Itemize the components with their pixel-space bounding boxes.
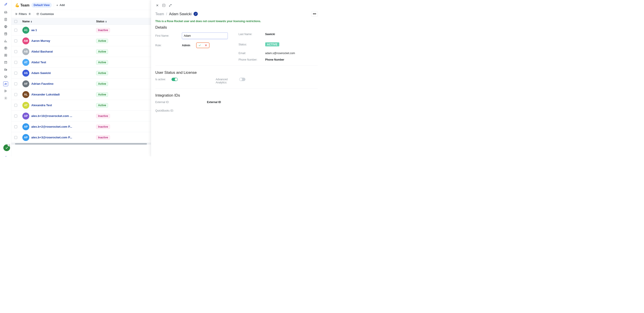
last-name-label: Last Name: — [238, 33, 262, 36]
integration-heading: Integration IDs — [156, 93, 318, 98]
avatar: AT — [22, 59, 29, 66]
expand-icon[interactable] — [168, 3, 172, 8]
scissors-icon[interactable] — [3, 88, 8, 94]
col-status-label: Status — [96, 20, 104, 23]
row-name-cell: AP alex.b+2@roserocket.com P... — [22, 123, 96, 130]
row-name-cell: A1 aa 1 — [22, 26, 96, 34]
success-indicator[interactable]: 6 — [3, 144, 10, 151]
row-name-link[interactable]: alex.b+10@roserocket.com ... — [31, 114, 72, 118]
status-label: Status: — [238, 43, 262, 46]
row-status-cell: Active — [96, 71, 160, 75]
last-name-value[interactable]: Sawicki — [265, 33, 275, 36]
svg-point-18 — [16, 14, 16, 15]
calendar-icon[interactable]: 31 — [3, 31, 8, 36]
left-rail: 31 — [0, 0, 12, 156]
money-icon[interactable] — [3, 46, 8, 50]
svg-rect-8 — [4, 62, 7, 64]
row-name-link[interactable]: Adrian Faustino — [31, 82, 54, 86]
row-check-cell — [14, 104, 22, 107]
row-name-link[interactable]: Abdul Basharat — [31, 50, 53, 54]
h-scroll-thumb[interactable] — [15, 143, 147, 145]
cancel-edit-button[interactable] — [203, 43, 209, 48]
row-check-cell — [14, 93, 22, 96]
status-badge: Active — [96, 103, 108, 107]
row-status-cell: Active — [96, 50, 160, 54]
row-name-link[interactable]: alex.b+2@roserocket.com P... — [31, 125, 72, 128]
email-value[interactable]: adam.s@roserocket.com — [265, 52, 295, 55]
status-badge: Inactive — [96, 124, 110, 129]
row-checkbox[interactable] — [14, 136, 17, 139]
contact-icon[interactable] — [3, 53, 8, 58]
row-name-link[interactable]: Alexandra Test — [31, 104, 52, 107]
first-name-input[interactable] — [182, 33, 228, 39]
row-name-link[interactable]: Adam Sawicki — [31, 71, 51, 75]
customize-button[interactable]: Customize — [36, 12, 54, 16]
breadcrumb: Team / Adam Sawicki ••• — [151, 8, 322, 18]
phone-label: Phone Number: — [238, 58, 262, 61]
row-checkbox[interactable] — [14, 61, 17, 64]
row-name-cell: AB Abdul Basharat — [22, 48, 96, 55]
row-name-link[interactable]: alex.b+3@roserocket.com P... — [31, 136, 72, 139]
check-icon — [5, 146, 8, 150]
avatar: AM — [22, 37, 29, 44]
col-status[interactable]: Status▴▾ — [96, 20, 160, 23]
row-name-link[interactable]: Aaron Murray — [31, 39, 50, 43]
settings-icon[interactable] — [3, 96, 8, 100]
row-checkbox[interactable] — [14, 93, 17, 96]
row-check-cell — [14, 39, 22, 42]
row-status-cell: Inactive — [96, 124, 160, 129]
chart-icon[interactable] — [3, 38, 8, 43]
view-pill[interactable]: Default View — [32, 3, 52, 8]
inbox-icon[interactable] — [3, 10, 8, 15]
avatar: AP — [22, 112, 29, 120]
minimize-icon[interactable] — [162, 3, 166, 8]
row-name-link[interactable]: Alexander Luksidadi — [31, 93, 60, 96]
close-icon[interactable] — [156, 3, 160, 8]
more-button[interactable]: ••• — [311, 11, 318, 16]
document-icon[interactable] — [3, 17, 8, 22]
confirm-button[interactable] — [196, 43, 203, 48]
row-checkbox[interactable] — [14, 28, 17, 32]
pin-icon[interactable] — [3, 156, 7, 156]
svg-point-11 — [5, 83, 6, 84]
phone-value[interactable]: Phone Number — [265, 58, 284, 61]
breadcrumb-team[interactable]: Team — [156, 12, 164, 16]
filters-button[interactable]: Filters 0 — [15, 12, 32, 16]
avatar: AB — [22, 48, 29, 55]
row-checkbox[interactable] — [14, 50, 17, 53]
archive-icon[interactable] — [3, 60, 8, 65]
external-id-value[interactable]: External ID — [207, 100, 221, 104]
phone-row: Phone Number: Phone Number — [238, 58, 318, 61]
status-badge: ACTIVE — [265, 42, 279, 46]
status-badge: Inactive — [96, 135, 110, 140]
advanced-analytics-toggle[interactable] — [239, 78, 246, 81]
row-checkbox[interactable] — [14, 114, 17, 118]
status-badge: Active — [96, 50, 108, 54]
truck-icon[interactable] — [3, 67, 8, 72]
team-icon[interactable] — [3, 82, 8, 86]
select-all-cell — [14, 20, 22, 23]
add-button[interactable]: ＋ Add — [56, 3, 64, 7]
globe-icon[interactable] — [3, 24, 8, 29]
row-checkbox[interactable] — [14, 72, 17, 74]
row-checkbox[interactable] — [14, 39, 17, 42]
svg-point-7 — [5, 54, 6, 56]
role-value[interactable]: Admin — [182, 44, 190, 47]
is-active-toggle[interactable] — [172, 78, 178, 81]
row-name-cell: AL Alexander Luksidadi — [22, 91, 96, 98]
divider — [156, 88, 318, 89]
row-name-link[interactable]: aa 1 — [31, 28, 37, 32]
row-name-cell: AP alex.b+3@roserocket.com P... — [22, 134, 96, 141]
row-name-cell: AS Adam Sawicki — [22, 70, 96, 76]
col-name[interactable]: Name▴▾ — [22, 20, 96, 23]
row-status-cell: Inactive — [96, 135, 160, 140]
row-name-link[interactable]: Abdul Test — [31, 60, 46, 64]
select-all-checkbox[interactable] — [14, 20, 17, 23]
package-icon[interactable] — [3, 74, 8, 79]
avatar: AF — [22, 80, 29, 87]
row-checkbox[interactable] — [14, 104, 17, 107]
row-checkbox[interactable] — [14, 82, 17, 85]
svg-text:31: 31 — [5, 34, 6, 35]
row-checkbox[interactable] — [14, 125, 17, 128]
row-check-cell — [14, 114, 22, 118]
